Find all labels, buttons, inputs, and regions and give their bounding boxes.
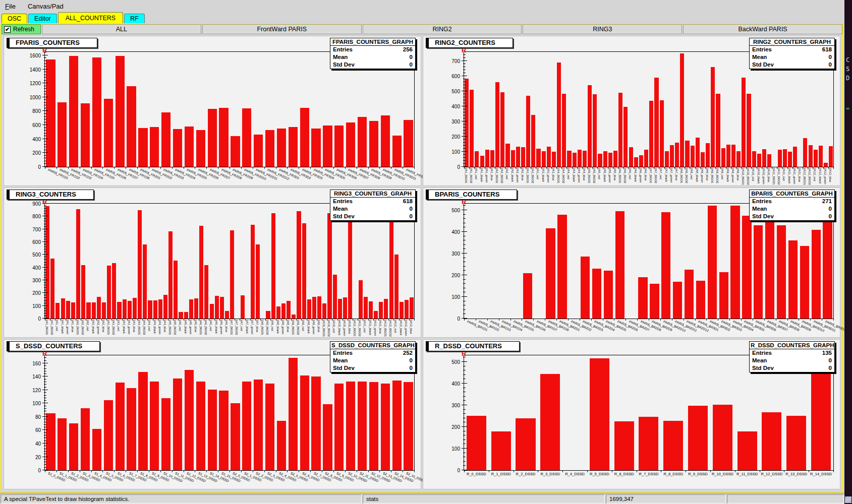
bar bbox=[730, 206, 740, 319]
y-minor-tick bbox=[44, 435, 46, 435]
pad-s_dssd_counters[interactable]: S_DSSD_COUNTERSS_DSSD_COUNTERS_GRAPHEntr… bbox=[4, 339, 421, 489]
x-tick-label: 2A10_black bbox=[757, 168, 760, 183]
refresh-toggle[interactable]: ✔ Refresh bbox=[2, 24, 41, 34]
x-axis-labels: PARIS_BR1D1PARIS_BR1D2PARIS_BR1D3PARIS_B… bbox=[464, 319, 833, 337]
y-minor-tick bbox=[463, 118, 466, 118]
bar bbox=[680, 53, 684, 167]
bar bbox=[811, 372, 831, 470]
histogram-title: FPARIS_COUNTERS bbox=[7, 38, 97, 48]
menu-canvas-pad[interactable]: Canvas/Pad bbox=[28, 3, 64, 10]
bar bbox=[696, 138, 700, 167]
bar bbox=[254, 380, 263, 470]
y-minor-tick bbox=[463, 100, 466, 100]
bar bbox=[578, 150, 582, 167]
stats-box[interactable]: RING2_COUNTERS_GRAPHEntries618Mean0Std D… bbox=[749, 38, 835, 69]
pad-r_dssd_counters[interactable]: R_DSSD_COUNTERSR_DSSD_COUNTERS_GRAPHEntr… bbox=[423, 339, 840, 489]
x-tick-label: 3A1_BGO1 bbox=[45, 320, 48, 335]
tab-all_counters[interactable]: ALL_COUNTERS bbox=[58, 12, 123, 24]
bar bbox=[348, 215, 352, 319]
y-minor-tick bbox=[44, 310, 46, 311]
stats-row-mean: Mean0 bbox=[330, 357, 415, 364]
stats-title: BPARIS_COUNTERS_GRAPH bbox=[750, 190, 834, 198]
pad-ring3_counters[interactable]: RING3_COUNTERSRING3_COUNTERS_GRAPHEntrie… bbox=[4, 187, 421, 338]
stats-box[interactable]: S_DSSD_COUNTERS_GRAPHEntries252Mean0Std … bbox=[330, 341, 416, 372]
x-tick-label: R_7_DSSD bbox=[639, 472, 659, 476]
y-tick-label: 0 bbox=[38, 468, 41, 473]
stats-label: Entries bbox=[333, 46, 353, 53]
y-minor-tick bbox=[44, 94, 46, 94]
checkbox-checked-icon[interactable]: ✔ bbox=[4, 26, 11, 33]
toolbar-button-ring2[interactable]: RING2 bbox=[363, 24, 522, 34]
y-minor-tick bbox=[44, 446, 46, 446]
x-tick-label: 2A5_BGO1 bbox=[588, 168, 591, 183]
tab-osc[interactable]: OSC bbox=[2, 14, 27, 24]
tab-editor[interactable]: Editor bbox=[28, 14, 57, 24]
pad-ring2_counters[interactable]: RING2_COUNTERSRING2_COUNTERS_GRAPHEntrie… bbox=[423, 36, 840, 186]
pad-fparis_counters[interactable]: FPARIS_COUNTERSFPARIS_COUNTERS_GRAPHEntr… bbox=[4, 36, 421, 186]
bar bbox=[767, 154, 771, 167]
toolbar-button-ring3[interactable]: RING3 bbox=[523, 24, 682, 34]
y-minor-tick bbox=[44, 303, 46, 303]
stats-row-mean: Mean0 bbox=[750, 205, 834, 213]
toolbar-button-all[interactable]: ALL bbox=[42, 24, 201, 34]
y-minor-tick bbox=[44, 270, 46, 270]
y-minor-tick bbox=[463, 57, 466, 58]
bar bbox=[583, 151, 587, 167]
x-tick-label: 3A2_BGO2 bbox=[81, 320, 84, 335]
bar bbox=[46, 59, 55, 167]
toolbar-button-backward-paris[interactable]: BackWard PARIS bbox=[683, 24, 842, 34]
y-tick-label: 120 bbox=[32, 388, 41, 393]
y-tick-label: 100 bbox=[32, 303, 41, 309]
bar bbox=[581, 257, 590, 319]
stats-box[interactable]: R_DSSD_COUNTERS_GRAPHEntries135Mean0Std … bbox=[749, 341, 835, 372]
bar bbox=[168, 231, 173, 319]
stats-label: Std Dev bbox=[333, 61, 355, 69]
bar bbox=[277, 129, 286, 167]
y-minor-tick bbox=[44, 277, 46, 278]
y-tick-label: 600 bbox=[32, 122, 41, 128]
bar bbox=[552, 152, 556, 167]
x-tick-label: 3A4_green bbox=[158, 320, 161, 334]
stats-value: 0 bbox=[829, 53, 832, 61]
pad-bparis_counters[interactable]: BPARIS_COUNTERSBPARIS_COUNTERS_GRAPHEntr… bbox=[423, 187, 840, 338]
x-tick-label: 3A3_red bbox=[117, 320, 120, 331]
tab-rf[interactable]: RF bbox=[124, 14, 145, 24]
x-tick-label: 3A11_green bbox=[374, 320, 377, 336]
y-minor-tick bbox=[44, 451, 46, 452]
y-minor-tick bbox=[44, 119, 46, 119]
resize-grip-icon[interactable] bbox=[845, 496, 851, 503]
bar bbox=[731, 145, 735, 167]
y-major-tick bbox=[462, 296, 467, 297]
x-tick-label: 3A5_green bbox=[189, 320, 192, 334]
bar bbox=[593, 94, 597, 167]
y-minor-tick bbox=[44, 357, 46, 358]
stats-box[interactable]: BPARIS_COUNTERS_GRAPHEntries271Mean0Std … bbox=[749, 190, 835, 221]
bar bbox=[673, 282, 682, 319]
y-tick-label: 500 bbox=[32, 252, 41, 258]
y-tick-label: 500 bbox=[451, 208, 460, 213]
stats-value: 135 bbox=[822, 349, 832, 357]
x-tick-label: R_14_DSSD bbox=[810, 472, 832, 476]
x-tick-label: 3A3_blue bbox=[133, 320, 136, 332]
y-minor-tick bbox=[44, 395, 46, 396]
y-minor-tick bbox=[44, 249, 46, 249]
x-tick-label: R_13_DSSD bbox=[785, 472, 807, 476]
stats-label: Std Dev bbox=[333, 213, 355, 220]
stats-title: FPARIS_COUNTERS_GRAPH bbox=[330, 38, 415, 46]
bar bbox=[199, 226, 203, 319]
stats-box[interactable]: FPARIS_COUNTERS_GRAPHEntries256Mean0Std … bbox=[330, 38, 416, 69]
y-tick-label: 200 bbox=[32, 290, 41, 296]
bar bbox=[346, 382, 355, 470]
toolbar-button-frontward-paris[interactable]: FrontWard PARIS bbox=[202, 24, 362, 34]
bar bbox=[271, 213, 275, 319]
stats-box[interactable]: RING3_COUNTERS_GRAPHEntries618Mean0Std D… bbox=[330, 190, 416, 221]
bar bbox=[762, 149, 766, 167]
stats-value: 0 bbox=[410, 53, 413, 61]
x-tick-label: 2A2_green bbox=[516, 168, 519, 182]
bar bbox=[231, 403, 240, 470]
x-tick-label: 3A7_black bbox=[246, 320, 249, 334]
stats-value: 0 bbox=[410, 364, 413, 372]
stats-label: Entries bbox=[333, 198, 353, 205]
status-bar: A special TPaveText to draw histogram st… bbox=[0, 493, 844, 504]
menu-file[interactable]: File bbox=[5, 3, 16, 10]
